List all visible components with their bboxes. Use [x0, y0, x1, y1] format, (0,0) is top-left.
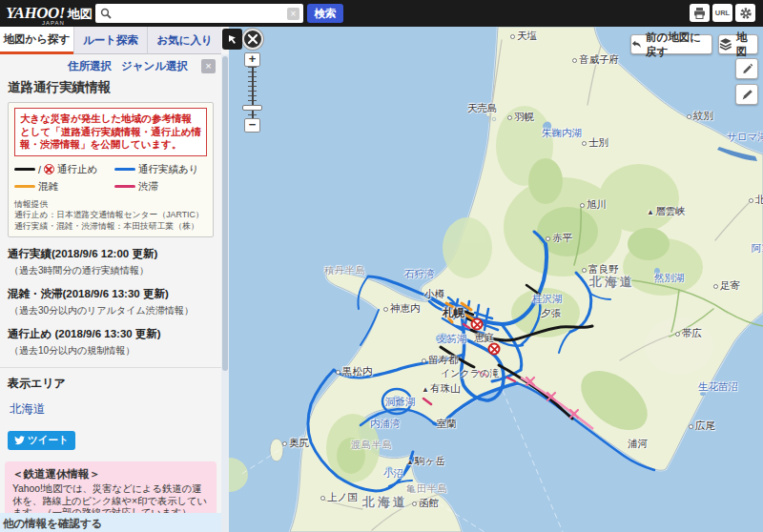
map-label: 支笏湖: [437, 333, 467, 346]
map-label: 阿寒湖: [752, 242, 763, 256]
url-button[interactable]: URL: [712, 4, 732, 22]
printer-icon: [693, 8, 706, 19]
tab-favorites[interactable]: お気に入り: [147, 27, 221, 54]
map-label: 石狩湾: [404, 268, 435, 281]
pencil-ruler-icon: [741, 89, 753, 101]
pan-control[interactable]: [242, 29, 263, 50]
legend: / 通行止め 通行実績あり 混雑 渋滞: [14, 163, 207, 194]
update-note-jam: （過去30分以内のリアルタイム渋滞情報）: [0, 301, 221, 317]
update-note-results: （過去3時間分の通行実績情報）: [0, 261, 221, 277]
congested-swatch: [14, 185, 35, 188]
map-label: 洞爺湖: [385, 396, 416, 409]
map-label: 旭川: [580, 198, 607, 212]
settings-button[interactable]: [735, 4, 755, 22]
map-label: 小沼: [383, 467, 403, 481]
map-label: 奥尻: [282, 437, 309, 450]
legend-item-congested: 混雑: [14, 180, 114, 194]
logo-map-text: 地図: [68, 6, 93, 23]
update-note-closed: （過去10分以内の規制情報）: [0, 341, 221, 358]
area-link-hokkaido[interactable]: 北海道: [0, 392, 221, 418]
print-button[interactable]: [690, 4, 710, 22]
map-label: ▲駒ヶ岳: [406, 455, 445, 468]
legend-item-closed: / 通行止め: [14, 163, 114, 176]
pan-arrows-icon: [247, 33, 258, 45]
map-layers-button[interactable]: 地図: [718, 34, 758, 54]
yahoo-japan-logo[interactable]: YAHOO! JAPAN 地図: [6, 4, 93, 23]
sidebar-panel: 住所選択 ジャンル選択 × 道路通行実績情報 大きな災害が発生した地域の参考情報…: [0, 54, 221, 532]
zoom-in-button[interactable]: +: [244, 52, 260, 67]
disaster-notice: 大きな災害が発生した地域の参考情報として「道路通行実績情報・通行止め情報・渋滞情…: [14, 108, 207, 156]
map-label: 広尾: [689, 419, 715, 433]
map-label: ▲層雲峡: [647, 205, 685, 218]
road-closed-marker: [488, 343, 501, 356]
no-entry-icon: [44, 164, 54, 174]
collapse-arrow-icon: [227, 33, 238, 45]
sidebar-tabs: 地図から探す ルート探索 お気に入り: [0, 27, 221, 54]
map-label: 紋別: [687, 110, 713, 123]
update-title-closed: 通行止め (2018/9/6 13:30 更新): [0, 317, 221, 341]
top-bar: YAHOO! JAPAN 地図 × 検索 URL: [0, 0, 763, 27]
search-clear-icon[interactable]: ×: [287, 8, 299, 20]
select-row: 住所選択 ジャンル選択 ×: [0, 54, 221, 77]
map-label: 帯広: [675, 327, 702, 340]
search-input[interactable]: [112, 7, 287, 20]
okushiri-island: [270, 439, 283, 461]
update-title-jam: 混雑・渋滞(2018/9/6 13:30 更新): [0, 277, 221, 301]
map-label: 小樽: [424, 288, 444, 301]
map-label: 士別: [582, 136, 608, 150]
map-label: 天塩: [510, 30, 537, 43]
measure-tool-button[interactable]: [735, 84, 758, 105]
zoom-out-button[interactable]: −: [244, 118, 260, 133]
map-label: 札幌: [443, 306, 464, 320]
legend-item-jam: 渋滞: [114, 180, 207, 194]
map-label: 赤平: [546, 232, 572, 245]
layers-icon: [719, 38, 732, 51]
map-label: 然別湖: [654, 272, 685, 285]
legend-item-open: 通行実績あり: [114, 163, 207, 176]
rail-panel-title: ＜鉄道運休情報＞: [12, 467, 209, 481]
map-label: 亀田半島: [406, 482, 448, 496]
map-label: インクラの滝: [441, 367, 499, 380]
draw-tool-button[interactable]: [735, 58, 758, 79]
tab-route-search[interactable]: ルート探索: [73, 27, 148, 54]
map-label: 音威子府: [572, 53, 619, 67]
back-arrow-icon: [631, 39, 642, 50]
scrollbar-thumb[interactable]: [222, 56, 228, 371]
provider-info: 情報提供 通行止め：日本道路交通情報センター（JARTIC） 通行実績・混雑・渋…: [14, 199, 207, 232]
map-label: 北見: [749, 194, 763, 207]
road-closed-marker: [471, 318, 484, 331]
map-label: サロマ湖: [727, 131, 763, 144]
genre-select-link[interactable]: ジャンル選択: [121, 59, 188, 73]
map-label: 神恵内: [383, 302, 421, 316]
map-label: 浦河: [628, 438, 648, 451]
search-button[interactable]: 検索: [307, 4, 343, 23]
jam-swatch: [114, 185, 135, 188]
address-select-link[interactable]: 住所選択: [68, 59, 112, 73]
sidebar-scrollbar[interactable]: [221, 54, 229, 532]
sidebar-collapse-button[interactable]: [222, 29, 242, 50]
tab-map-search[interactable]: 地図から探す: [0, 27, 73, 54]
map-label: 内浦湾: [370, 418, 401, 431]
map-label: 朱鞠内湖: [542, 127, 582, 140]
zoom-slider-handle[interactable]: [242, 105, 262, 111]
area-heading: 表示エリア: [0, 368, 221, 392]
map-label: 室蘭: [437, 418, 457, 431]
map-label: 天売島: [467, 102, 498, 115]
other-info-heading[interactable]: 他の情報を確認する: [0, 513, 221, 532]
map-label: 渡島半島: [351, 439, 393, 452]
search-box: ×: [95, 4, 303, 23]
twitter-bird-icon: [14, 436, 25, 445]
gear-icon: [739, 7, 753, 20]
tweet-button[interactable]: ツイート: [8, 431, 75, 450]
back-to-previous-map-button[interactable]: 前の地図に戻す: [630, 34, 712, 54]
map-label: 北海道: [589, 274, 635, 291]
map-canvas[interactable]: 天塩音威子府天売島羽幌紋別朱鞠内湖サロマ湖士別旭川▲層雲峡北見赤平阿寒湖積丹半島…: [229, 27, 763, 532]
map-label: 足寄: [713, 279, 740, 293]
closed-swatch: [14, 168, 35, 171]
panel-close-icon[interactable]: ×: [201, 59, 216, 73]
pencil-icon: [741, 63, 753, 75]
update-title-results: 通行実績(2018/9/6 12:00 更新): [0, 237, 221, 261]
open-swatch: [114, 168, 135, 171]
map-label: 留寿都: [422, 354, 459, 367]
map-label: 桂沢湖: [532, 293, 563, 306]
